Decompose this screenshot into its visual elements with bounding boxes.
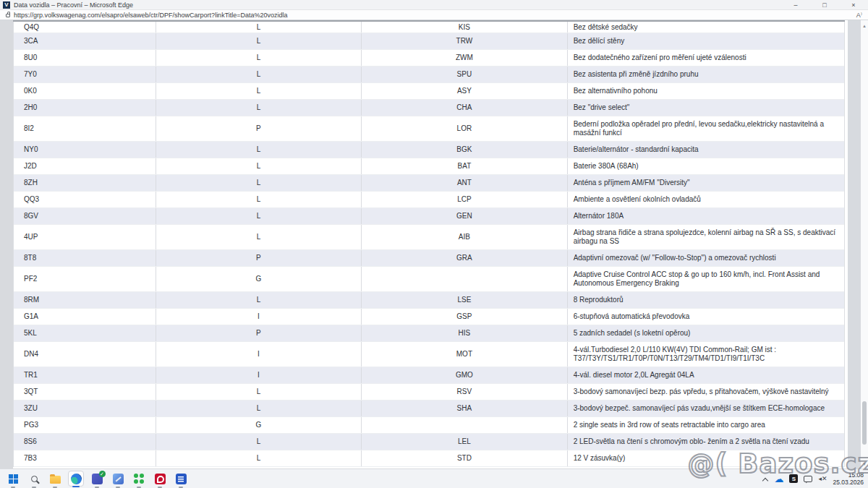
cell-pr-code: 0K0	[14, 83, 156, 99]
cell-origin: I	[156, 367, 362, 383]
table-row[interactable]: 4UP L AIB Airbag strana řidiče a strana …	[14, 225, 844, 250]
cell-family: KIS	[362, 22, 567, 33]
table-row[interactable]: 2H0 L CHA Bez "drive select"	[14, 100, 844, 116]
table-row[interactable]: TR1 I GMO 4-vál. diesel motor 2,0L Agreg…	[14, 367, 844, 384]
taskbar-acrobat-button[interactable]	[152, 471, 168, 487]
windows-taskbar: ✓ ☁ S ◂✕ 15:08 25.03.2026	[0, 468, 868, 488]
cell-origin: L	[156, 450, 362, 466]
start-button[interactable]	[5, 471, 21, 487]
table-row[interactable]: NY0 L BGK Baterie/alternátor - standardn…	[14, 142, 844, 158]
chat-tray-icon[interactable]	[804, 476, 812, 482]
cell-family: GRA	[362, 250, 567, 266]
taskbar-document-app-button[interactable]	[173, 471, 189, 487]
cell-description: Bez dělící stěny	[568, 33, 844, 49]
table-row[interactable]: Q4Q L KIS Bez dětské sedačky	[14, 22, 844, 33]
lock-icon[interactable]	[6, 14, 10, 17]
acrobat-icon	[155, 474, 166, 484]
taskbar-edge-button[interactable]	[68, 471, 84, 487]
table-row[interactable]: 8S6 L LEL 2 LED-světla na čtení s chromo…	[14, 434, 844, 450]
cell-pr-code: Q4Q	[14, 22, 156, 33]
search-icon	[31, 476, 38, 482]
cell-description: 2 LED-světla na čtení s chromovým oblo- …	[568, 434, 844, 450]
folder-icon	[50, 476, 61, 484]
table-row[interactable]: 3QT L RSV 3-bodový samonavíjecí bezp. pá…	[14, 384, 844, 401]
cell-description: Baterie/alternátor - standardní kapacita	[568, 142, 844, 158]
s-app-tray-icon[interactable]: S	[789, 474, 798, 483]
taskbar-green-app-button[interactable]	[131, 471, 147, 487]
table-row[interactable]: G1A I GSP 6-stupňová automatická převodo…	[14, 309, 844, 325]
minimize-button[interactable]: –	[781, 0, 810, 9]
cell-description: 3-bodový bezpeč. samonavíjecí pás vzadu,…	[568, 401, 844, 416]
table-row[interactable]: 8U0 L ZWM Bez dodatečného zařízení pro m…	[14, 50, 844, 67]
cell-description: Alternátor 180A	[568, 208, 844, 224]
table-row[interactable]: 8T8 P GRA Adaptivní omezovač (w/ "Follow…	[14, 250, 844, 267]
read-aloud-icon[interactable]: A⁾	[856, 12, 868, 19]
table-row[interactable]: PG3 G 2 single seats in 3rd row of seats…	[14, 417, 844, 434]
cell-family	[362, 417, 567, 433]
cell-pr-code: 8T8	[14, 250, 156, 266]
taskbar-explorer-button[interactable]	[47, 471, 63, 487]
cell-family: STD	[362, 450, 567, 466]
table-row[interactable]: DN4 I MOT 4-vál.Turbodiesel 2,0 L/110 KW…	[14, 342, 844, 367]
table-row[interactable]: 3ZU L SHA 3-bodový bezpeč. samonavíjecí …	[14, 401, 844, 417]
maximize-button[interactable]: □	[810, 0, 839, 9]
cell-pr-code: 4UP	[14, 225, 156, 249]
cell-origin: L	[156, 192, 362, 207]
cell-description: Adaptivní omezovač (w/ "Follow-to-Stop")…	[568, 250, 844, 266]
window-controls: – □ ×	[781, 0, 868, 9]
url-text[interactable]: https://grp.volkswagenag.com/elsapro/els…	[14, 12, 856, 19]
cell-description: Bederní podložka opěradel pro přední, le…	[568, 116, 844, 141]
table-row[interactable]: PF2 G Adaptive Cruise Control ACC stop &…	[14, 267, 844, 292]
cell-family: GEN	[362, 208, 567, 224]
cell-origin: L	[156, 100, 362, 116]
cell-origin: L	[156, 50, 362, 66]
table-row[interactable]: 8RM L LSE 8 Reproduktorů	[14, 292, 844, 309]
close-button[interactable]: ×	[839, 0, 868, 9]
clock-time: 15:08	[833, 471, 864, 479]
scroll-down-arrow-icon[interactable]: ▾	[861, 461, 868, 467]
cell-description: 12 V zásuvka(y)	[568, 450, 844, 466]
cell-pr-code: 3ZU	[14, 401, 156, 416]
cell-pr-code: 3CA	[14, 33, 156, 49]
cell-family: GSP	[362, 309, 567, 325]
onedrive-cloud-icon[interactable]: ☁	[774, 474, 783, 484]
table-row[interactable]: 8ZH L ANT Anténa s příjmem AM/FM "Divers…	[14, 175, 844, 192]
scroll-up-arrow-icon[interactable]: ▴	[861, 23, 868, 29]
taskbar-pen-app-button[interactable]	[110, 471, 126, 487]
table-row[interactable]: 0K0 L ASY Bez alternativního pohonu	[14, 83, 844, 100]
table-row[interactable]: 8GV L GEN Alternátor 180A	[14, 208, 844, 225]
taskbar-clock[interactable]: 15:08 25.03.2026	[833, 471, 864, 486]
document-app-icon	[176, 474, 187, 484]
cell-description: Bez dětské sedačky	[568, 22, 844, 33]
cell-family: LCP	[362, 192, 567, 207]
cell-description: 5 zadních sedadel (s loketní opěrou)	[568, 325, 844, 341]
vehicle-data-section: Q4Q L KIS Bez dětské sedačky 3CA L TRW B…	[13, 20, 845, 468]
cell-description: Bez "drive select"	[568, 100, 844, 116]
speaker-muted-icon[interactable]: ◂✕	[818, 475, 827, 482]
taskbar-search-button[interactable]	[26, 471, 42, 487]
cell-family: GMO	[362, 367, 567, 383]
cell-family: SHA	[362, 401, 567, 416]
cell-pr-code: 5KL	[14, 325, 156, 341]
window-title: Data vozidla – Pracovní – Microsoft Edge	[14, 1, 781, 9]
browser-scrollbar[interactable]: ▴ ▾	[861, 20, 868, 468]
cell-family: LOR	[362, 116, 567, 141]
table-row[interactable]: J2D L BAT Baterie 380A (68Ah)	[14, 158, 844, 175]
table-row[interactable]: QQ3 L LCP Ambiente a osvětlení okolních …	[14, 192, 844, 208]
table-row[interactable]: 8I2 P LOR Bederní podložka opěradel pro …	[14, 116, 844, 142]
table-row[interactable]: 5KL P HIS 5 zadních sedadel (s loketní o…	[14, 325, 844, 342]
cell-pr-code: PG3	[14, 417, 156, 433]
scrollbar-thumb[interactable]	[862, 401, 867, 445]
table-row[interactable]: 7B3 L STD 12 V zásuvka(y)	[14, 450, 844, 467]
cell-description: 6-stupňová automatická převodovka	[568, 309, 844, 325]
cell-origin: L	[156, 83, 362, 99]
cell-family: HIS	[362, 325, 567, 341]
table-row[interactable]: 7Y0 L SPU Bez asistenta při změně jízdní…	[14, 67, 844, 83]
address-bar[interactable]: https://grp.volkswagenag.com/elsapro/els…	[0, 10, 868, 20]
cell-description: Anténa s příjmem AM/FM "Diversity"	[568, 175, 844, 191]
tray-chevron-up-icon[interactable]	[763, 478, 768, 483]
taskbar-portal-button[interactable]: ✓	[89, 471, 105, 487]
cell-family: BAT	[362, 158, 567, 174]
table-row[interactable]: 3CA L TRW Bez dělící stěny	[14, 33, 844, 50]
cell-origin: L	[156, 292, 362, 308]
